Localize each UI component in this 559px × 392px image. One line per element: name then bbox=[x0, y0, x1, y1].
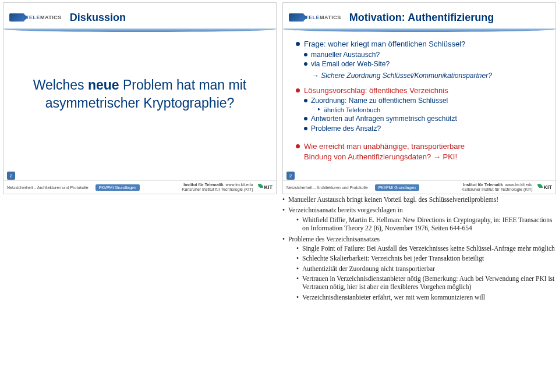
slide-right-footer: 2 Netzsicherheit – Architekturen und Pro… bbox=[283, 180, 556, 194]
sub-manual: manueller Austausch? bbox=[304, 51, 543, 60]
sub-symmetric: Antworten auf Anfragen symmetrisch gesch… bbox=[304, 115, 543, 124]
footer-course: Netzsicherheit – Architekturen und Proto… bbox=[286, 186, 368, 190]
note-2a: Whitfield Diffie, Martin E. Hellman: New… bbox=[296, 216, 556, 233]
sub-mapping-text: Zuordnung: Name zu öffentlichem Schlüsse… bbox=[311, 97, 448, 105]
kit-text: KIT bbox=[544, 184, 553, 190]
header-swoosh-icon bbox=[283, 28, 556, 32]
note-3e: Verzeichnisdienstanbieter erfährt, wer m… bbox=[296, 293, 556, 301]
kit-logo: KIT bbox=[256, 184, 273, 191]
kit-text: KIT bbox=[264, 184, 273, 190]
sub-email: via Email oder Web-Site? bbox=[304, 60, 543, 69]
telematics-logo: TELEMATICS bbox=[289, 13, 341, 22]
slide-left-footer: 2 Netzsicherheit – Architekturen und Pro… bbox=[3, 180, 276, 194]
q-part2: asymmetrischer Kryptographie? bbox=[45, 95, 235, 111]
logo-matics: MATICS bbox=[320, 15, 341, 20]
slide-left-title: Diskussion bbox=[70, 12, 270, 24]
footer-topic: PKI/PMI Grundlagen bbox=[375, 184, 419, 191]
note-3: Probleme des Verzeichnisansatzes Single … bbox=[282, 235, 556, 302]
telematics-logo-icon bbox=[9, 13, 24, 22]
telematics-logo-text: TELEMATICS bbox=[26, 15, 62, 20]
subsub-phonebook: ähnlich Telefonbuch bbox=[318, 106, 543, 114]
kit-logo: KIT bbox=[535, 184, 553, 191]
q-part1: Welches bbox=[33, 77, 88, 92]
footer-inst2: Karlsruher Institut für Technologie (KIT… bbox=[462, 187, 533, 191]
footer-inst1: Institut für Telematik bbox=[463, 183, 503, 187]
slide-left-header: TELEMATICS Diskussion bbox=[3, 3, 276, 34]
arrow-secure-mapping: Sichere Zuordnung Schlüssel/Kommunikatio… bbox=[296, 72, 543, 80]
sub-mapping: Zuordnung: Name zu öffentlichem Schlüsse… bbox=[304, 97, 543, 114]
note-1: Manueller Austausch bringt keinen Vortei… bbox=[282, 195, 556, 204]
bullet-solution: Lösungsvorschlag: öffentliches Verzeichn… bbox=[296, 85, 543, 96]
speaker-notes: Manueller Austausch bringt keinen Vortei… bbox=[282, 195, 556, 301]
pki-line2: Bindung von Authentifizierungsdaten? → P… bbox=[304, 152, 457, 161]
q-part1b: Problem hat man mit bbox=[119, 77, 247, 92]
footer-url: www.tm.kit.edu bbox=[225, 183, 253, 187]
page-number: 2 bbox=[286, 172, 295, 180]
page-number: 2 bbox=[7, 172, 15, 180]
note-3c: Authentizität der Zuordnung nicht transp… bbox=[296, 265, 556, 273]
logo-matics: MATICS bbox=[40, 15, 62, 20]
footer-inst1: Institut für Telematik bbox=[183, 183, 223, 187]
footer-institute: Institut für Telematik www.tm.kit.edu Ka… bbox=[182, 183, 253, 191]
telematics-logo: TELEMATICS bbox=[9, 13, 62, 22]
slide-right-body: Frage: woher kriegt man öffentlichen Sch… bbox=[283, 34, 556, 180]
pki-line1: Wie erreicht man unabhängige, transporti… bbox=[304, 142, 465, 151]
discussion-question: Welches neue Problem hat man mit asymmet… bbox=[16, 76, 263, 112]
note-3b: Schlechte Skalierbarkeit: Verzeichnis be… bbox=[296, 254, 556, 262]
slide-right: TELEMATICS Motivation: Authentifizierung… bbox=[282, 2, 556, 194]
telematics-logo-text: TELEMATICS bbox=[305, 15, 341, 20]
sub-problems: Probleme des Ansatz? bbox=[304, 124, 543, 134]
note-2: Verzeichnisansatz bereits vorgeschlagen … bbox=[282, 206, 556, 232]
slide-left-body: Welches neue Problem hat man mit asymmet… bbox=[3, 34, 276, 180]
footer-topic: PKI/PMI Grundlagen bbox=[95, 184, 140, 191]
footer-course: Netzsicherheit – Architekturen und Proto… bbox=[7, 186, 89, 190]
q-bold: neue bbox=[88, 77, 119, 92]
kit-fan-icon bbox=[535, 184, 543, 191]
slide-left: TELEMATICS Diskussion Welches neue Probl… bbox=[3, 2, 277, 194]
note-2-text: Verzeichnisansatz bereits vorgeschlagen … bbox=[288, 206, 403, 213]
bullet-question: Frage: woher kriegt man öffentlichen Sch… bbox=[296, 39, 543, 49]
bullet-pki: Wie erreicht man unabhängige, transporti… bbox=[296, 141, 543, 162]
slide-right-header: TELEMATICS Motivation: Authentifizierung bbox=[283, 3, 556, 34]
kit-fan-icon bbox=[256, 184, 263, 191]
footer-url: www.tm.kit.edu bbox=[505, 183, 532, 187]
footer-institute: Institut für Telematik www.tm.kit.edu Ka… bbox=[462, 183, 533, 191]
note-3-text: Probleme des Verzeichnisansatzes bbox=[288, 236, 380, 243]
telematics-logo-icon bbox=[289, 13, 304, 22]
note-3d: Vertrauen in Verzeichnisdienstanbieter n… bbox=[296, 275, 556, 291]
footer-inst2: Karlsruher Institut für Technologie (KIT… bbox=[182, 187, 253, 191]
slide-right-title: Motivation: Authentifizierung bbox=[349, 12, 550, 24]
header-swoosh-icon bbox=[3, 28, 276, 32]
note-3a: Single Point of Failure: Bei Ausfall des… bbox=[296, 244, 556, 252]
